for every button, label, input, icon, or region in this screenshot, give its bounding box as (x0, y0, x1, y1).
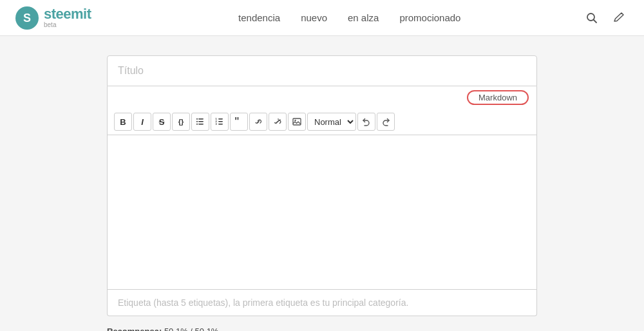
markdown-bar: Markdown (107, 86, 537, 109)
svg-rect-11 (218, 121, 223, 122)
logo-text: steemit beta (44, 7, 91, 28)
svg-point-20 (294, 120, 296, 121)
main-content: Markdown B I S {} 1 2 3 (97, 55, 547, 331)
bold-button[interactable]: B (114, 113, 132, 131)
quote-button[interactable]: " (230, 113, 248, 131)
tags-input[interactable] (107, 290, 537, 316)
editor-toolbar: B I S {} 1 2 3 (107, 109, 537, 135)
markdown-button[interactable]: Markdown (467, 90, 529, 105)
logo-name: steemit (44, 7, 91, 21)
svg-text:S: S (23, 12, 31, 24)
reward-info: Recompensa: 50 1% / 50 1% (107, 326, 537, 331)
svg-point-8 (196, 121, 198, 122)
heading-select[interactable]: Normal H1 H2 H3 H4 (307, 113, 356, 131)
reward-value: 50 1% / 50 1% (164, 326, 219, 331)
svg-text:3: 3 (216, 122, 218, 126)
image-button[interactable] (288, 113, 306, 131)
chain-icon (273, 117, 282, 126)
reward-label: Recompensa: (107, 326, 162, 331)
main-nav: tendencia nuevo en alza promocionado (117, 12, 582, 23)
image-icon (292, 117, 301, 126)
ul-icon (196, 117, 205, 126)
title-input[interactable] (107, 55, 537, 86)
svg-point-9 (196, 124, 198, 125)
undo-icon (362, 117, 371, 126)
image-link-button[interactable] (269, 113, 287, 131)
unordered-list-button[interactable] (191, 113, 209, 131)
svg-rect-5 (198, 121, 204, 122)
ordered-list-button[interactable]: 1 2 3 (211, 113, 229, 131)
svg-text:": " (234, 117, 240, 126)
nav-nuevo[interactable]: nuevo (301, 12, 327, 23)
svg-rect-10 (218, 118, 223, 120)
svg-rect-6 (198, 124, 204, 125)
svg-point-7 (196, 118, 198, 120)
nav-promocionado[interactable]: promocionado (399, 12, 460, 23)
svg-line-3 (594, 19, 597, 23)
strikethrough-button[interactable]: S (153, 113, 171, 131)
quote-icon: " (234, 117, 243, 126)
svg-rect-12 (218, 124, 223, 125)
logo-area: S steemit beta (15, 6, 91, 30)
italic-button[interactable]: I (133, 113, 151, 131)
nav-en-alza[interactable]: en alza (348, 12, 379, 23)
undo-button[interactable] (357, 113, 375, 131)
pencil-icon (613, 12, 625, 24)
header-actions (582, 8, 629, 28)
header: S steemit beta tendencia nuevo en alza p… (0, 0, 644, 36)
search-icon (586, 12, 598, 24)
edit-button[interactable] (609, 8, 629, 28)
ol-icon: 1 2 3 (215, 117, 224, 126)
logo-icon: S (15, 6, 39, 30)
editor-body[interactable] (107, 135, 537, 290)
redo-button[interactable] (377, 113, 395, 131)
code-button[interactable]: {} (172, 113, 190, 131)
link-icon (254, 117, 263, 126)
logo-beta: beta (44, 22, 91, 28)
search-button[interactable] (582, 8, 601, 28)
svg-rect-19 (293, 118, 301, 125)
nav-tendencia[interactable]: tendencia (238, 12, 280, 23)
svg-rect-4 (198, 118, 204, 120)
link-button[interactable] (249, 113, 267, 131)
redo-icon (381, 117, 390, 126)
